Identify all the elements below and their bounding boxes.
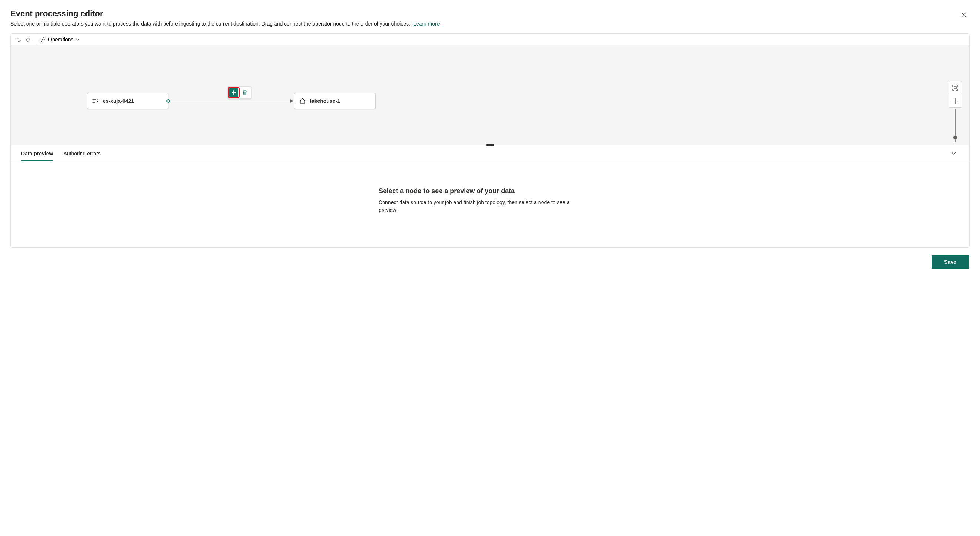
plus-thin-icon [952,98,959,104]
eventstream-icon [92,97,99,105]
chevron-down-icon [75,37,80,42]
zoom-in-button[interactable] [948,94,962,108]
dialog: Event processing editor Select one or mu… [0,0,980,276]
lakehouse-icon [299,97,306,105]
operations-dropdown[interactable]: Operations [36,33,84,45]
destination-node[interactable]: lakehouse-1 [294,93,375,109]
zoom-fit-button[interactable] [948,81,962,94]
footer: Save [10,251,970,269]
subtitle-text: Select one or multiple operators you wan… [10,21,410,27]
zoom-slider-handle[interactable] [953,136,957,140]
history-group [11,33,36,45]
toolbar: Operations [11,33,969,46]
preview-body: Select a node to see a preview of your d… [11,161,969,248]
wrench-icon [40,37,46,43]
chevron-down-icon [951,150,957,156]
undo-icon [16,37,21,43]
output-handle[interactable] [167,99,170,103]
title-block: Event processing editor Select one or mu… [10,9,958,27]
edge-toolbar [228,86,251,99]
source-node[interactable]: es-xujx-0421 [87,93,168,109]
tabs-row: Data preview Authoring errors [11,145,969,161]
tab-data-preview[interactable]: Data preview [21,145,53,161]
close-button[interactable] [958,9,970,21]
editor-frame: Operations es-xujx-0421 [10,33,970,248]
fit-icon [952,84,959,91]
destination-node-label: lakehouse-1 [310,98,340,104]
zoom-controls [948,81,962,142]
redo-button[interactable] [23,35,33,45]
redo-icon [25,37,31,43]
svg-rect-1 [954,87,956,89]
page-subtitle: Select one or multiple operators you wan… [10,21,958,27]
save-button[interactable]: Save [932,255,969,269]
panel-resize-handle[interactable] [486,144,494,146]
canvas[interactable]: es-xujx-0421 lakehouse-1 [11,46,969,145]
learn-more-link[interactable]: Learn more [413,21,440,27]
preview-text: Connect data source to your job and fini… [379,199,585,214]
undo-button[interactable] [14,35,23,45]
collapse-panel-button[interactable] [948,148,959,158]
page-title: Event processing editor [10,9,958,19]
operations-label: Operations [48,37,73,43]
zoom-slider[interactable] [955,109,956,142]
plus-icon [231,90,236,95]
preview-title: Select a node to see a preview of your d… [379,187,585,195]
delete-edge-button[interactable] [240,88,249,97]
dialog-header: Event processing editor Select one or mu… [10,9,970,27]
preview-placeholder: Select a node to see a preview of your d… [379,187,585,214]
tabs: Data preview Authoring errors [21,145,101,161]
add-operator-button[interactable] [229,88,238,97]
tab-authoring-errors[interactable]: Authoring errors [63,145,100,161]
trash-icon [242,89,248,95]
source-node-label: es-xujx-0421 [103,98,134,104]
close-icon [961,12,967,18]
